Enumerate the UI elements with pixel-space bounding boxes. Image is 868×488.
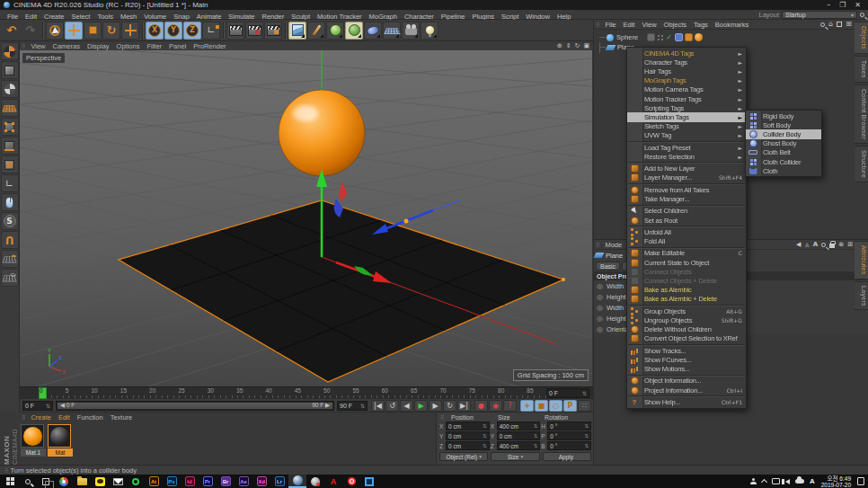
planar-workplane-icon[interactable]: [1, 269, 19, 287]
taskbar-photoshop[interactable]: Ps: [163, 475, 181, 488]
viewport-menu-item[interactable]: Filter: [143, 42, 165, 50]
menu-item-fold-all[interactable]: Fold All: [627, 237, 746, 246]
material-item[interactable]: Mat: [48, 424, 73, 457]
object-manager-menu-item[interactable]: Bookmarks: [712, 21, 753, 29]
menu-item-project-information[interactable]: Project Information... Ctrl+I: [627, 386, 746, 395]
key-pla-toggle[interactable]: ∷: [578, 400, 591, 412]
toolbar-separator[interactable]: [221, 22, 226, 40]
object-manager-menu-item[interactable]: Edit: [620, 21, 639, 29]
taskbar-red-app[interactable]: [342, 475, 360, 488]
material-item[interactable]: Mat.1: [21, 424, 46, 457]
taskbar-premiere[interactable]: Pr: [199, 475, 217, 488]
key-rotation-toggle[interactable]: ○: [549, 400, 562, 412]
y-axis-lock-icon[interactable]: Y: [164, 22, 182, 40]
dock-tab[interactable]: Structure: [855, 146, 868, 182]
loop-button[interactable]: ↻: [443, 400, 456, 412]
menu-item-object-information[interactable]: Object Information...: [627, 377, 746, 386]
dock-tab[interactable]: Objects: [855, 22, 868, 54]
layout-dropdown[interactable]: Startup▾: [782, 11, 857, 19]
edges-mode-icon[interactable]: [1, 137, 19, 155]
move-tool-icon[interactable]: [65, 22, 83, 40]
add-spline-icon[interactable]: [307, 22, 325, 40]
viewport-menu-item[interactable]: ProRender: [190, 42, 229, 50]
toolbar-separator[interactable]: [40, 22, 45, 40]
menu-item-set-as-root[interactable]: Set as Root: [627, 216, 746, 225]
object-label[interactable]: Sphere: [616, 33, 638, 41]
am-back-icon[interactable]: ◀: [796, 241, 801, 248]
taskbar-xd[interactable]: Xd: [252, 475, 270, 488]
menu-item-ungroup-objects[interactable]: Ungroup Objects Shift+G: [627, 315, 746, 324]
menu-item-remove-from-all-takes[interactable]: Remove from All Takes: [627, 185, 746, 194]
menu-item-character-tags[interactable]: Character Tags ►: [627, 58, 746, 67]
menu-item-take-manager[interactable]: Take Manager...: [627, 194, 746, 203]
autokey-button[interactable]: ◉: [489, 400, 502, 412]
key-scale-toggle[interactable]: ■: [535, 400, 548, 412]
object-tag-icon[interactable]: [675, 33, 683, 41]
taskbar-blue-app[interactable]: [360, 475, 378, 488]
taskbar-line[interactable]: [127, 475, 145, 488]
menu-item-sketch-tags[interactable]: Sketch Tags ►: [627, 122, 746, 131]
viewport-menu-item[interactable]: Options: [113, 42, 144, 50]
toolbar-separator[interactable]: [140, 22, 145, 40]
play-button[interactable]: ▶: [414, 400, 428, 412]
coordinate-input[interactable]: 0 °⇅: [547, 431, 591, 440]
undo-icon[interactable]: ↶: [3, 22, 21, 40]
x-axis-lock-icon[interactable]: X: [146, 22, 164, 40]
om-home-icon[interactable]: ⌂: [828, 21, 833, 28]
submenu-item-collider-body[interactable]: Collider Body: [746, 129, 821, 138]
workplane-mode-icon[interactable]: [1, 99, 19, 117]
material-thumbnail[interactable]: [21, 424, 44, 448]
am-mode-menu[interactable]: Mode: [601, 241, 625, 249]
viewport-menu-item[interactable]: Panel: [165, 42, 190, 50]
am-tab[interactable]: Basic: [596, 262, 620, 271]
taskbar-kakaotalk[interactable]: [91, 475, 109, 488]
menu-item-add-to-new-layer[interactable]: Add to New Layer: [627, 164, 746, 173]
key-parameter-toggle[interactable]: P: [563, 400, 577, 412]
submenu-item-cloth-collider[interactable]: Cloth Collider: [746, 157, 821, 166]
object-tag-icon[interactable]: [695, 33, 703, 41]
start-button[interactable]: [1, 475, 19, 488]
search-icon[interactable]: [860, 13, 864, 17]
toolbar-separator[interactable]: [283, 22, 288, 40]
taskbar-aftereffects[interactable]: Ae: [235, 475, 252, 488]
coordinate-input[interactable]: 0 °⇅: [547, 421, 591, 430]
scale-tool-icon[interactable]: [84, 22, 102, 40]
menu-item-bake-as-alembic-delete[interactable]: Bake as Alembic + Delete: [627, 295, 746, 304]
model-mode-icon[interactable]: [1, 61, 19, 79]
maximize-button[interactable]: ❐: [839, 1, 846, 9]
coord-size-dropdown[interactable]: Size▾: [491, 452, 539, 461]
menu-item-simulation-tags[interactable]: Simulation Tags ►: [627, 112, 746, 121]
am-add-icon[interactable]: ⊞: [847, 241, 853, 248]
coordinate-input[interactable]: 0 °⇅: [547, 441, 591, 450]
object-tag-icon[interactable]: [685, 33, 693, 41]
taskbar-sculpt-app[interactable]: [306, 475, 324, 488]
object-manager-menu-item[interactable]: Tags: [690, 21, 712, 29]
taskbar-explorer[interactable]: [73, 475, 91, 488]
dock-tab[interactable]: Takes: [855, 56, 868, 83]
tray-onedrive-icon[interactable]: [795, 477, 804, 485]
rotate-view-icon[interactable]: ↻: [575, 42, 580, 49]
render-picture-viewer-icon[interactable]: [245, 22, 263, 40]
menu-item-connect-objects-delete[interactable]: Connect Objects + Delete: [627, 276, 746, 285]
object-row-sphere[interactable]: Sphere ✓: [594, 32, 868, 42]
am-new-icon[interactable]: ⊗: [838, 241, 844, 248]
submenu-item-ghost-body[interactable]: Ghost Body: [746, 139, 821, 148]
texture-mode-icon[interactable]: [1, 80, 19, 98]
play-reverse-button[interactable]: ↺: [385, 400, 399, 412]
coordinate-input[interactable]: 0 cm⇅: [446, 441, 490, 450]
toggle-view-icon[interactable]: ▣: [583, 42, 589, 49]
task-view-button[interactable]: [37, 475, 55, 488]
submenu-item-rigid-body[interactable]: Rigid Body: [746, 111, 821, 120]
viewport-canvas[interactable]: Y X Z: [20, 50, 592, 386]
taskbar-illustrator[interactable]: Ai: [145, 475, 163, 488]
taskbar-chrome[interactable]: [55, 475, 73, 488]
menu-item-mograph-tags[interactable]: MoGraph Tags ►: [627, 76, 746, 85]
taskbar-indesign[interactable]: Id: [181, 475, 199, 488]
viewport-menu-item[interactable]: Display: [84, 42, 113, 50]
add-deformer-icon[interactable]: [345, 22, 363, 40]
tray-people-icon[interactable]: [750, 477, 757, 485]
tray-ime-icon[interactable]: A: [810, 477, 815, 485]
last-tool-icon[interactable]: [121, 22, 139, 40]
menu-item-layer-manager[interactable]: Layer Manager... Shift+F4: [627, 173, 746, 182]
taskbar-bridge[interactable]: Br: [217, 475, 235, 488]
